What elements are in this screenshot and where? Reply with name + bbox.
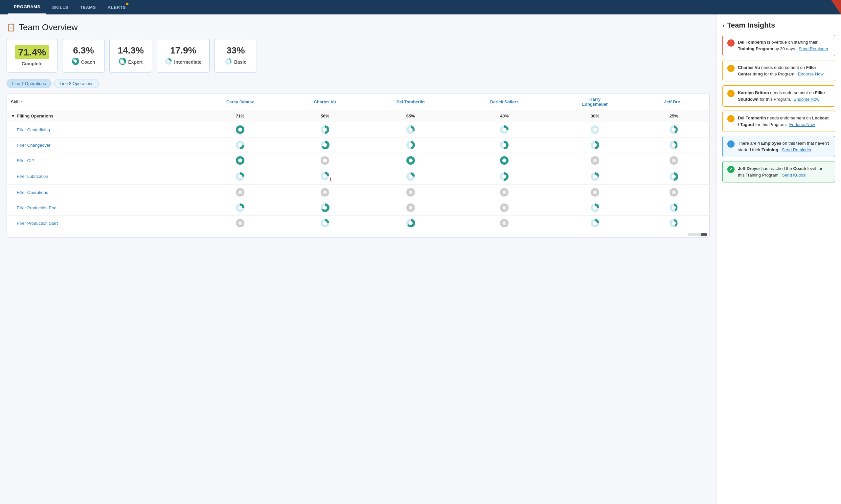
group-pct-carey: 71% (194, 110, 286, 122)
scroll-thumb[interactable] (701, 233, 707, 236)
svg-point-75 (409, 206, 413, 210)
send-kudos-link[interactable]: Send Kudos! (782, 173, 806, 178)
skill-filler-changeover[interactable]: Filler Changeover (7, 138, 194, 153)
skill-filler-centerlining[interactable]: Filler Centerlining (7, 122, 194, 138)
skill-filler-operations[interactable]: Filler Operations (7, 185, 194, 200)
insight-name: Jeff Dreyer (738, 166, 760, 171)
stat-cards: 71.4% Complete 6.3% (6, 39, 709, 73)
cell-fcip-carey (194, 153, 286, 168)
cell-cc-jeff (638, 122, 709, 138)
skill-filler-production-end[interactable]: Filler Production End (7, 200, 194, 216)
cell-fps-derick (457, 216, 552, 231)
svg-point-35 (238, 159, 242, 162)
nav-teams[interactable]: TEAMS (74, 0, 102, 15)
svg-point-27 (409, 143, 413, 147)
svg-point-53 (502, 175, 506, 179)
svg-point-17 (502, 128, 506, 131)
cell-fcip-charles (286, 153, 364, 168)
table-row: Filler Production End (7, 200, 709, 216)
pie-intermediate-icon (165, 58, 172, 66)
table-header-row: Skill ↑ Carey Juhasz Charles Vu Del Tomb… (7, 93, 709, 110)
group-pct-harry: 30% (552, 110, 638, 122)
cell-fco-del (364, 138, 457, 153)
svg-point-33 (672, 143, 676, 147)
svg-point-25 (323, 143, 327, 147)
cell-fco-carey (194, 138, 286, 153)
svg-point-23 (238, 143, 242, 147)
pie-expert-icon (119, 58, 126, 66)
skill-filler-lubrication[interactable]: Filler Lubrication (7, 168, 194, 185)
insight-training: Training. (761, 147, 779, 152)
tab-line2[interactable]: Line 2 Operations (54, 79, 99, 88)
scroll-indicator[interactable] (688, 233, 707, 236)
cell-fl-jeff (638, 168, 709, 185)
skill-filler-cip[interactable]: Filler CIP (7, 153, 194, 168)
cell-cc-del (364, 122, 457, 138)
stat-card-complete: 71.4% Complete (6, 39, 57, 73)
send-reminder-link-2[interactable]: Send Reminder (782, 147, 811, 152)
nav-skills[interactable]: SKILLS (46, 0, 74, 15)
endorse-now-link-3[interactable]: Endorse Now (789, 122, 815, 127)
insight-icon-yellow-2: ! (727, 90, 735, 97)
send-reminder-link-1[interactable]: Send Reminder (799, 46, 828, 51)
cell-fpe-harry (552, 200, 638, 216)
insight-name: Del Tomberlin (738, 115, 766, 121)
cell-fo-del (364, 185, 457, 200)
cell-fco-harry (552, 138, 638, 153)
nav-alerts[interactable]: ALERTS (102, 0, 132, 15)
group-pct-del: 65% (364, 110, 457, 122)
skill-filler-production-start[interactable]: Filler Production Start (7, 216, 194, 231)
cell-fpe-derick (457, 200, 552, 216)
cell-fo-derick (457, 185, 552, 200)
cell-cc-carey (194, 122, 286, 138)
cell-fpe-charles (286, 200, 364, 216)
cell-fps-del (364, 216, 457, 231)
table-row: Filler Operations (7, 185, 709, 200)
nav-programs[interactable]: PROGRAMS (8, 0, 46, 15)
insight-card-del-endorsement: ! Del Tomberlin needs endorsement on Loc… (722, 111, 835, 132)
page-title-row: 📋 Team Overview (6, 22, 709, 33)
insight-text-del-endorsement: Del Tomberlin needs endorsement on Locko… (738, 115, 830, 128)
cell-fo-harry (552, 185, 638, 200)
cell-fco-charles (286, 138, 364, 153)
stat-value-intermediate: 17.9% (170, 45, 196, 56)
red-corner-decoration (831, 0, 841, 15)
stat-label-text: Complete (22, 61, 43, 66)
cell-fl-del (364, 168, 457, 185)
svg-point-45 (672, 159, 676, 162)
cell-fl-carey (194, 168, 286, 185)
stat-value-coach: 6.3% (73, 45, 94, 56)
insight-card-charles-endorsement: ! Charles Vu needs endorsement on Filler… (722, 60, 835, 82)
endorse-now-link-1[interactable]: Endorse Now (798, 72, 824, 76)
svg-point-61 (323, 190, 327, 194)
table-row: Filler Production Start (7, 216, 709, 231)
cell-fcip-harry (552, 153, 638, 168)
stat-label-expert: Expert (119, 58, 142, 66)
insight-icon-red: ! (727, 39, 735, 47)
svg-point-65 (502, 190, 506, 194)
collapse-icon[interactable]: ▼ (11, 113, 15, 119)
insight-card-del-overdue: ! Del Tomberlin is overdue on starting t… (722, 35, 835, 56)
insight-text-charles: Charles Vu needs endorsement on Filler C… (738, 64, 830, 77)
svg-point-69 (672, 190, 676, 194)
svg-point-39 (409, 159, 413, 162)
sidebar-title: Team Insights (727, 21, 775, 30)
cell-fl-harry (552, 168, 638, 185)
svg-point-43 (593, 159, 597, 162)
tab-line1[interactable]: Line 1 Operations (6, 79, 52, 88)
insight-icon-green: ✓ (727, 166, 735, 173)
insight-count: 4 Employes (758, 141, 781, 146)
table-row: Filler Changeover (7, 138, 709, 153)
chevron-icon: › (722, 22, 724, 29)
cell-fpe-jeff (638, 200, 709, 216)
endorse-now-link-2[interactable]: Endorse Now (794, 97, 819, 102)
pie-coach-icon (72, 58, 79, 66)
svg-point-81 (672, 206, 676, 210)
insight-icon-blue: i (727, 141, 735, 148)
th-del: Del Tomberlin (364, 93, 457, 110)
svg-point-59 (238, 190, 242, 194)
main-layout: 📋 Team Overview 71.4% Complete 6.3% (0, 15, 841, 504)
stat-card-intermediate: 17.9% Intermediate (157, 39, 210, 73)
svg-point-93 (672, 221, 676, 225)
stat-card-coach: 6.3% Coach (62, 39, 105, 73)
